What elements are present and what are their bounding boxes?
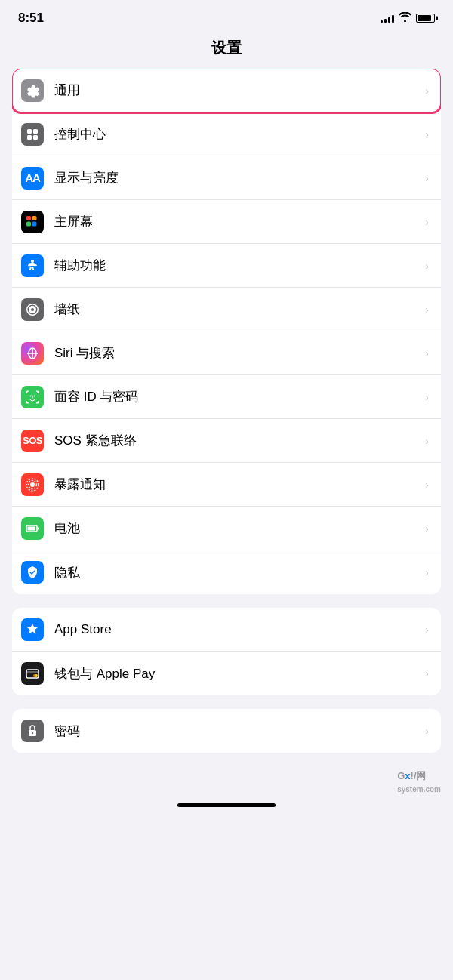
appstore-label: App Store (54, 622, 419, 637)
settings-section-2: App Store › 钱包与 Apple Pay › (0, 608, 453, 695)
settings-item-privacy[interactable]: 隐私 › (12, 550, 441, 594)
battery-status-icon (416, 14, 435, 23)
sos-label: SOS 紧急联络 (54, 432, 419, 449)
passwords-label: 密码 (54, 723, 419, 740)
settings-section-1: 通用 › 控制中心 › AA 显示与亮度 › (0, 69, 453, 594)
settings-item-general[interactable]: 通用 › (12, 69, 441, 112)
settings-item-faceid[interactable]: 面容 ID 与密码 › (12, 375, 441, 419)
watermark-text: Gx!/网system.com (397, 769, 441, 794)
exposure-label: 暴露通知 (54, 476, 419, 493)
settings-item-display[interactable]: AA 显示与亮度 › (12, 156, 441, 200)
settings-item-passwords[interactable]: 密码 › (12, 709, 441, 753)
settings-list-1: 通用 › 控制中心 › AA 显示与亮度 › (12, 69, 441, 594)
chevron-icon: › (425, 725, 429, 737)
display-label: 显示与亮度 (54, 169, 419, 186)
page-title: 设置 (0, 32, 453, 69)
settings-item-battery[interactable]: 电池 › (12, 507, 441, 550)
settings-item-home-screen[interactable]: 主屏幕 › (12, 200, 441, 244)
svg-point-8 (31, 260, 34, 263)
svg-rect-3 (33, 135, 38, 140)
svg-rect-23 (26, 671, 39, 673)
svg-rect-6 (26, 221, 31, 226)
chevron-icon: › (425, 85, 429, 97)
settings-item-appstore[interactable]: App Store › (12, 608, 441, 652)
privacy-icon (21, 561, 44, 584)
svg-point-25 (33, 674, 36, 677)
battery-label: 电池 (54, 519, 419, 537)
wallpaper-label: 墙纸 (54, 300, 419, 318)
svg-rect-21 (38, 527, 39, 529)
status-bar: 8:51 (0, 0, 453, 32)
svg-rect-4 (26, 216, 31, 220)
control-center-icon (21, 123, 44, 146)
wallet-label: 钱包与 Apple Pay (54, 665, 419, 683)
chevron-icon: › (425, 522, 429, 535)
chevron-icon: › (425, 347, 429, 359)
svg-point-13 (30, 395, 32, 396)
chevron-icon: › (425, 667, 429, 680)
settings-item-accessibility[interactable]: 辅助功能 › (12, 244, 441, 288)
svg-point-14 (34, 395, 35, 396)
settings-item-siri[interactable]: Siri 与搜索 › (12, 331, 441, 375)
wallet-icon (21, 662, 44, 685)
settings-section-3: 密码 › (0, 709, 453, 753)
svg-rect-5 (32, 216, 37, 220)
sos-icon: SOS (21, 430, 44, 452)
gear-icon (21, 79, 44, 102)
svg-point-27 (32, 732, 33, 734)
faceid-icon (21, 386, 44, 408)
general-label: 通用 (54, 82, 419, 99)
settings-item-sos[interactable]: SOS SOS 紧急联络 › (12, 419, 441, 463)
chevron-icon: › (425, 566, 429, 578)
svg-rect-0 (27, 129, 32, 134)
svg-rect-2 (27, 135, 32, 140)
chevron-icon: › (425, 624, 429, 636)
settings-item-control-center[interactable]: 控制中心 › (12, 112, 441, 156)
chevron-icon: › (425, 391, 429, 403)
chevron-icon: › (425, 435, 429, 447)
siri-label: Siri 与搜索 (54, 344, 419, 362)
settings-list-2: App Store › 钱包与 Apple Pay › (12, 608, 441, 695)
watermark: Gx!/网system.com (0, 766, 453, 797)
faceid-label: 面容 ID 与密码 (54, 388, 419, 405)
svg-rect-20 (28, 526, 35, 530)
accessibility-label: 辅助功能 (54, 257, 419, 274)
svg-point-9 (31, 308, 34, 311)
settings-item-wallet[interactable]: 钱包与 Apple Pay › (12, 652, 441, 695)
wifi-icon (399, 12, 411, 24)
chevron-icon: › (425, 216, 429, 228)
siri-icon (21, 342, 44, 365)
settings-item-exposure[interactable]: 暴露通知 › (12, 463, 441, 507)
privacy-label: 隐私 (54, 564, 419, 581)
chevron-icon: › (425, 304, 429, 316)
chevron-icon: › (425, 260, 429, 272)
status-icons (381, 12, 435, 24)
settings-item-wallpaper[interactable]: 墙纸 › (12, 288, 441, 331)
control-center-label: 控制中心 (54, 125, 419, 143)
passwords-icon (21, 720, 44, 742)
svg-point-16 (30, 482, 35, 487)
appstore-icon (21, 618, 44, 641)
svg-rect-1 (33, 129, 38, 134)
signal-icon (381, 14, 394, 23)
wallpaper-icon (21, 298, 44, 321)
home-screen-icon (21, 211, 44, 233)
home-screen-label: 主屏幕 (54, 213, 419, 230)
chevron-icon: › (425, 479, 429, 491)
accessibility-icon (21, 254, 44, 277)
battery-icon (21, 517, 44, 540)
chevron-icon: › (425, 172, 429, 184)
svg-rect-7 (32, 221, 37, 226)
chevron-icon: › (425, 128, 429, 140)
display-icon: AA (21, 167, 44, 190)
home-indicator (0, 797, 453, 813)
status-time: 8:51 (18, 11, 44, 26)
exposure-icon (21, 473, 44, 496)
home-bar (177, 803, 276, 807)
settings-list-3: 密码 › (12, 709, 441, 753)
